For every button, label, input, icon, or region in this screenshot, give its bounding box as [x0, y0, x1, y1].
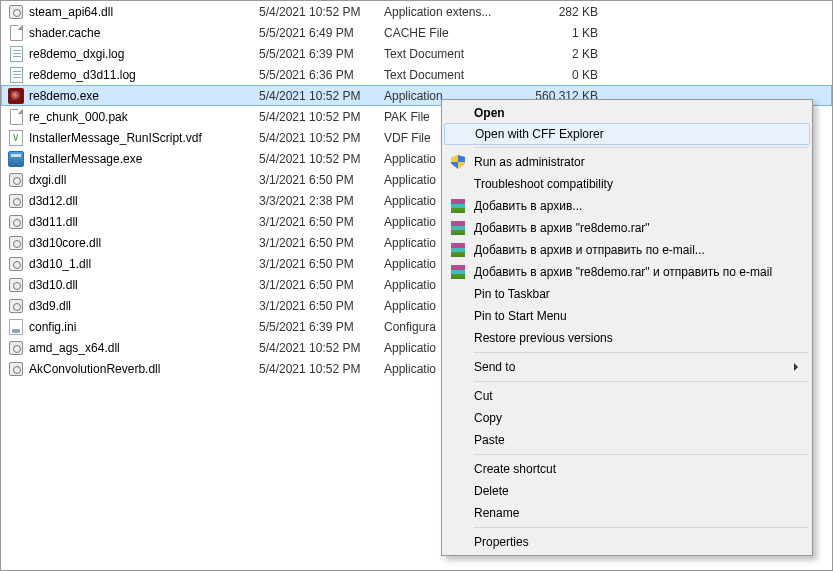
file-date: 3/1/2021 6:50 PM [259, 299, 384, 313]
menu-pin-taskbar[interactable]: Pin to Taskbar [444, 283, 810, 305]
file-date: 5/4/2021 10:52 PM [259, 110, 384, 124]
file-date: 3/1/2021 6:50 PM [259, 278, 384, 292]
menu-paste[interactable]: Paste [444, 429, 810, 451]
file-name: re8demo.exe [29, 89, 259, 103]
file-name: re_chunk_000.pak [29, 110, 259, 124]
file-name: re8demo_dxgi.log [29, 47, 259, 61]
file-date: 5/5/2021 6:36 PM [259, 68, 384, 82]
file-name: d3d12.dll [29, 194, 259, 208]
menu-create-shortcut[interactable]: Create shortcut [444, 458, 810, 480]
file-icon [7, 109, 25, 125]
menu-pin-start[interactable]: Pin to Start Menu [444, 305, 810, 327]
file-size: 2 KB [524, 47, 614, 61]
menu-open[interactable]: Open [444, 102, 810, 124]
file-type: Application extens... [384, 5, 524, 19]
file-icon [7, 25, 25, 41]
menu-rar-email-named[interactable]: Добавить в архив "re8demo.rar" и отправи… [444, 261, 810, 283]
winrar-icon [449, 219, 467, 237]
menu-troubleshoot[interactable]: Troubleshoot compatibility [444, 173, 810, 195]
file-icon [7, 88, 25, 104]
file-name: d3d10core.dll [29, 236, 259, 250]
file-name: dxgi.dll [29, 173, 259, 187]
menu-copy[interactable]: Copy [444, 407, 810, 429]
file-icon [7, 361, 25, 377]
file-name: amd_ags_x64.dll [29, 341, 259, 355]
file-type: Text Document [384, 47, 524, 61]
file-icon [7, 319, 25, 335]
menu-send-to[interactable]: Send to [444, 356, 810, 378]
file-icon [7, 130, 25, 146]
chevron-right-icon [794, 363, 802, 371]
menu-open-cff[interactable]: Open with CFF Explorer [444, 123, 810, 145]
file-name: InstallerMessage.exe [29, 152, 259, 166]
context-menu: Open Open with CFF Explorer Run as admin… [441, 99, 813, 556]
file-date: 5/4/2021 10:52 PM [259, 152, 384, 166]
menu-rar-add[interactable]: Добавить в архив... [444, 195, 810, 217]
file-icon [7, 277, 25, 293]
menu-rar-email[interactable]: Добавить в архив и отправить по e-mail..… [444, 239, 810, 261]
menu-separator [474, 352, 808, 353]
file-date: 3/1/2021 6:50 PM [259, 257, 384, 271]
winrar-icon [449, 197, 467, 215]
file-date: 5/4/2021 10:52 PM [259, 131, 384, 145]
file-date: 5/5/2021 6:49 PM [259, 26, 384, 40]
winrar-icon [449, 241, 467, 259]
file-name: config.ini [29, 320, 259, 334]
file-type: Text Document [384, 68, 524, 82]
file-name: d3d10.dll [29, 278, 259, 292]
menu-separator [474, 454, 808, 455]
menu-separator [474, 147, 808, 148]
file-date: 5/5/2021 6:39 PM [259, 47, 384, 61]
menu-rar-add-named[interactable]: Добавить в архив "re8demo.rar" [444, 217, 810, 239]
menu-separator [474, 381, 808, 382]
file-icon [7, 298, 25, 314]
file-icon [7, 151, 25, 167]
file-icon [7, 4, 25, 20]
menu-restore[interactable]: Restore previous versions [444, 327, 810, 349]
file-row[interactable]: steam_api64.dll5/4/2021 10:52 PMApplicat… [1, 1, 832, 22]
file-date: 5/4/2021 10:52 PM [259, 89, 384, 103]
file-row[interactable]: shader.cache5/5/2021 6:49 PMCACHE File1 … [1, 22, 832, 43]
file-name: AkConvolutionReverb.dll [29, 362, 259, 376]
menu-properties[interactable]: Properties [444, 531, 810, 553]
file-icon [7, 256, 25, 272]
file-icon [7, 193, 25, 209]
file-icon [7, 172, 25, 188]
file-size: 1 KB [524, 26, 614, 40]
file-size: 0 KB [524, 68, 614, 82]
file-icon [7, 340, 25, 356]
file-name: d3d10_1.dll [29, 257, 259, 271]
menu-separator [474, 527, 808, 528]
file-date: 3/3/2021 2:38 PM [259, 194, 384, 208]
file-name: d3d11.dll [29, 215, 259, 229]
file-icon [7, 214, 25, 230]
file-name: d3d9.dll [29, 299, 259, 313]
file-icon [7, 235, 25, 251]
file-date: 3/1/2021 6:50 PM [259, 236, 384, 250]
file-date: 5/5/2021 6:39 PM [259, 320, 384, 334]
file-date: 5/4/2021 10:52 PM [259, 362, 384, 376]
file-row[interactable]: re8demo_dxgi.log5/5/2021 6:39 PMText Doc… [1, 43, 832, 64]
file-date: 5/4/2021 10:52 PM [259, 341, 384, 355]
shield-icon [449, 153, 467, 171]
file-name: re8demo_d3d11.log [29, 68, 259, 82]
menu-run-admin[interactable]: Run as administrator [444, 151, 810, 173]
file-icon [7, 46, 25, 62]
file-name: steam_api64.dll [29, 5, 259, 19]
menu-cut[interactable]: Cut [444, 385, 810, 407]
file-row[interactable]: re8demo_d3d11.log5/5/2021 6:36 PMText Do… [1, 64, 832, 85]
file-icon [7, 67, 25, 83]
file-date: 3/1/2021 6:50 PM [259, 173, 384, 187]
file-date: 3/1/2021 6:50 PM [259, 215, 384, 229]
file-name: shader.cache [29, 26, 259, 40]
file-type: CACHE File [384, 26, 524, 40]
winrar-icon [449, 263, 467, 281]
menu-rename[interactable]: Rename [444, 502, 810, 524]
menu-delete[interactable]: Delete [444, 480, 810, 502]
file-date: 5/4/2021 10:52 PM [259, 5, 384, 19]
file-name: InstallerMessage_RunIScript.vdf [29, 131, 259, 145]
file-size: 282 KB [524, 5, 614, 19]
